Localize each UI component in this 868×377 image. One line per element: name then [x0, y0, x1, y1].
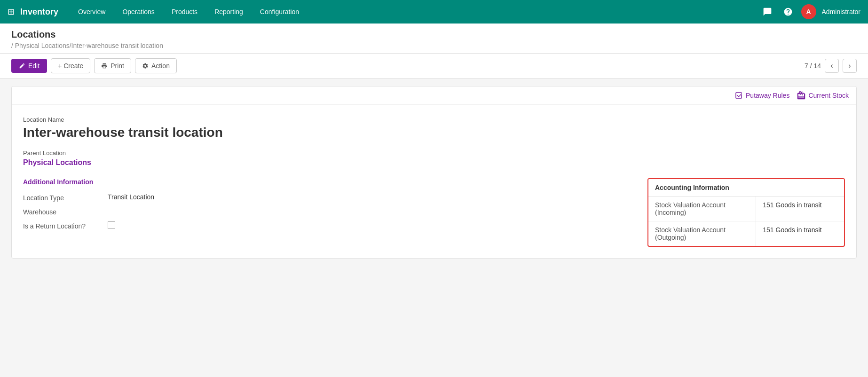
accounting-table: Stock Valuation Account (Incoming) 151 G… [648, 196, 844, 246]
app-brand: Inventory [20, 7, 58, 17]
parent-location-value: Physical Locations [23, 158, 845, 167]
parent-location-group: Parent Location Physical Locations [23, 149, 845, 167]
edit-button[interactable]: Edit [11, 59, 47, 73]
chat-icon-button[interactable] [760, 4, 775, 19]
putaway-icon [734, 91, 743, 100]
edit-button-label: Edit [28, 62, 39, 70]
stock-valuation-incoming-value: 151 Goods in transit [756, 196, 844, 221]
location-type-label: Location Type [23, 193, 108, 202]
location-type-value: Transit Location [108, 193, 154, 202]
nav-operations[interactable]: Operations [114, 0, 163, 24]
additional-info-section: Additional Information Location Type Tra… [23, 178, 636, 247]
accounting-info-section: Accounting Information Stock Valuation A… [647, 178, 845, 247]
putaway-rules-button[interactable]: Putaway Rules [734, 91, 789, 100]
stock-valuation-outgoing-row: Stock Valuation Account (Outgoing) 151 G… [648, 221, 844, 246]
main-content: Putaway Rules Current Stock Location Nam… [0, 79, 868, 274]
pagination-display: 7 / 14 [805, 62, 821, 70]
stock-valuation-incoming-label: Stock Valuation Account (Incoming) [648, 196, 756, 221]
is-return-label: Is a Return Location? [23, 221, 108, 230]
pagination: 7 / 14 ‹ › [805, 59, 857, 73]
stock-icon [797, 91, 805, 100]
breadcrumb-area: Locations / Physical Locations/Inter-war… [0, 24, 868, 54]
location-type-row: Location Type Transit Location [23, 193, 636, 202]
parent-location-label: Parent Location [23, 149, 845, 157]
action-button[interactable]: Action [135, 58, 177, 73]
return-checkbox-display[interactable] [108, 221, 115, 229]
location-name-group: Location Name Inter-warehouse transit lo… [23, 116, 845, 140]
two-col-section: Additional Information Location Type Tra… [23, 178, 845, 247]
nav-configuration[interactable]: Configuration [252, 0, 308, 24]
record-card: Putaway Rules Current Stock Location Nam… [11, 86, 857, 259]
create-button[interactable]: + Create [51, 58, 90, 73]
nav-reporting[interactable]: Reporting [206, 0, 252, 24]
is-return-checkbox[interactable] [108, 221, 115, 230]
location-name-label: Location Name [23, 116, 845, 123]
is-return-row: Is a Return Location? [23, 221, 636, 230]
accounting-info-title: Accounting Information [648, 179, 844, 196]
create-button-label: + Create [58, 62, 83, 70]
action-button-label: Action [151, 62, 170, 70]
help-icon-button[interactable] [781, 4, 796, 19]
stock-valuation-outgoing-label: Stock Valuation Account (Outgoing) [648, 221, 756, 246]
print-button[interactable]: Print [94, 58, 131, 73]
putaway-rules-label: Putaway Rules [746, 92, 789, 99]
current-stock-label: Current Stock [808, 92, 849, 99]
breadcrumb: / Physical Locations/Inter-warehouse tra… [11, 40, 857, 53]
stock-valuation-incoming-row: Stock Valuation Account (Incoming) 151 G… [648, 196, 844, 221]
card-toolbar: Putaway Rules Current Stock [12, 86, 856, 105]
pagination-next[interactable]: › [843, 59, 857, 73]
card-body: Location Name Inter-warehouse transit lo… [12, 105, 856, 258]
record-toolbar: Edit + Create Print Action 7 / 14 ‹ › [0, 54, 868, 79]
stock-valuation-outgoing-value: 151 Goods in transit [756, 221, 844, 246]
gear-icon [142, 63, 149, 69]
accounting-box: Accounting Information Stock Valuation A… [647, 178, 845, 247]
grid-icon[interactable]: ⊞ [8, 7, 15, 17]
edit-icon [19, 63, 25, 69]
page-title: Locations [11, 29, 857, 40]
warehouse-row: Warehouse [23, 207, 636, 216]
topnav-right: A Administrator [760, 4, 860, 19]
current-stock-button[interactable]: Current Stock [797, 91, 849, 100]
nav-overview[interactable]: Overview [70, 0, 114, 24]
topnav-menu: Overview Operations Products Reporting C… [70, 0, 756, 24]
print-button-label: Print [110, 62, 124, 70]
location-name-value: Inter-warehouse transit location [23, 125, 845, 140]
warehouse-label: Warehouse [23, 207, 108, 216]
pagination-prev[interactable]: ‹ [825, 59, 839, 73]
user-avatar[interactable]: A [801, 4, 816, 19]
top-navigation: ⊞ Inventory Overview Operations Products… [0, 0, 868, 24]
additional-info-title: Additional Information [23, 178, 636, 186]
username-label[interactable]: Administrator [822, 8, 860, 16]
nav-products[interactable]: Products [163, 0, 206, 24]
print-icon [101, 63, 108, 69]
